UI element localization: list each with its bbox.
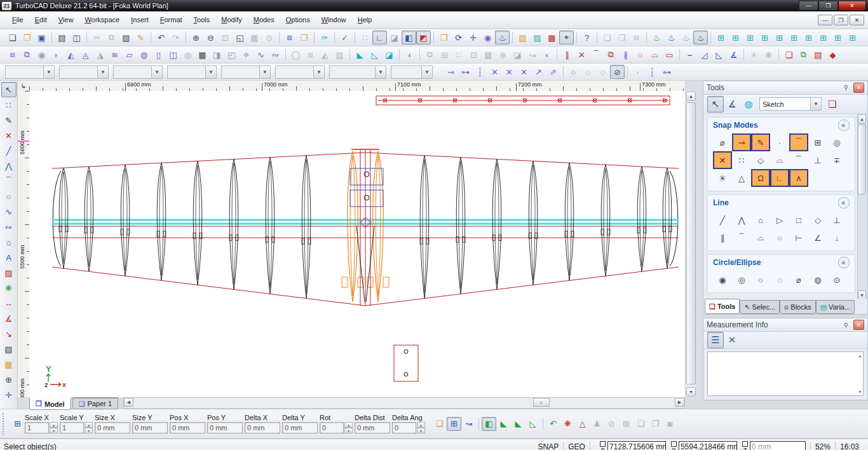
color-palette-icon[interactable]: ▩	[545, 31, 559, 44]
workplane-mode-icon[interactable]: ◣	[496, 417, 511, 431]
view-back-icon[interactable]: ⊞	[728, 31, 743, 44]
menu-workspace[interactable]: Workspace	[79, 14, 125, 26]
zoom-out-icon[interactable]: ⊖	[203, 31, 218, 44]
horizontal-ruler[interactable]: 6900 mm7000 mm7100 mm7200 mm7300 mm	[29, 81, 685, 92]
select-icon[interactable]: ↖	[1, 82, 17, 97]
open-3d-folder-icon[interactable]: ❒	[437, 31, 451, 44]
render-draft-icon[interactable]: ♨	[664, 31, 679, 44]
double-line-icon[interactable]: ∦	[618, 48, 633, 62]
render-scene-icon[interactable]: ♨	[495, 31, 510, 44]
freehand-icon[interactable]: ∾	[1, 219, 17, 235]
view-bottom-icon[interactable]: ⊞	[787, 31, 801, 44]
snap-none-icon[interactable]: ⌀	[713, 133, 732, 151]
geo-toggle[interactable]: GEO	[568, 442, 585, 450]
pattern-icon[interactable]: ❋	[1, 280, 17, 296]
property-combo-5[interactable]: ▼	[221, 65, 271, 79]
view-front-icon[interactable]: ⊞	[714, 31, 728, 44]
collapse-chevron-icon[interactable]: «	[838, 257, 850, 268]
line-rotated-rectangle-icon[interactable]: ◇	[808, 211, 827, 229]
restore-button[interactable]: ❐	[818, 1, 838, 11]
chevron-down-icon[interactable]: ▼	[259, 66, 270, 78]
snap-magnetic-icon[interactable]: Ω	[751, 169, 770, 187]
format-brush-icon[interactable]: ✑	[317, 31, 332, 44]
menu-edit[interactable]: Edit	[29, 14, 53, 26]
render-quality-icon[interactable]: ♨	[649, 31, 664, 44]
line-angular-icon[interactable]: ∠	[808, 229, 827, 247]
view-iso-sw-icon[interactable]: ⊞	[816, 31, 831, 44]
3d-extrude-icon[interactable]: ≋	[107, 48, 122, 62]
snap-arc-center-icon[interactable]: ⌒	[789, 133, 808, 151]
pin-icon[interactable]: ⚲	[841, 83, 851, 92]
cplane-mode-icon[interactable]: ◣	[511, 417, 526, 431]
horizontal-scrollbar[interactable]: ◀ ≡ ▶	[123, 397, 685, 409]
delta-select-icon[interactable]: △	[575, 417, 590, 431]
facet-mode-icon[interactable]: ◺	[526, 417, 540, 431]
insert-image-icon[interactable]: ▦	[1, 357, 17, 372]
y-coordinate-field[interactable]: 5594,218466 mm	[679, 441, 737, 450]
menu-options[interactable]: Options	[280, 14, 316, 26]
3d-wedge-icon[interactable]: ◮	[93, 48, 107, 62]
spell-check-icon[interactable]: ✓	[337, 31, 352, 44]
field-input[interactable]: 1	[60, 422, 84, 433]
style-combo[interactable]: ▼	[391, 65, 433, 79]
snap-toggle[interactable]: SNAP	[538, 442, 559, 450]
field-input[interactable]: 0	[320, 422, 344, 433]
view-iso-nw-icon[interactable]: ⊞	[845, 31, 860, 44]
pan-icon[interactable]: ✛	[1, 387, 17, 402]
spray-select-icon[interactable]: ❋	[560, 417, 575, 431]
mdi-close-button[interactable]: ✕	[850, 15, 864, 25]
environment-editor-icon[interactable]: ▨	[530, 31, 545, 44]
field-input[interactable]: 0 mm	[170, 422, 205, 433]
text-icon[interactable]: A	[1, 250, 17, 265]
line-tangent-to-arc-icon[interactable]: ⌒	[732, 229, 751, 247]
snap-magnetic-point-icon[interactable]: ✎	[751, 133, 770, 151]
property-combo-1[interactable]: ▼	[5, 65, 55, 79]
snap-mid-mode-icon[interactable]: ┆	[473, 65, 487, 79]
layer-combo[interactable]: ▼	[329, 65, 386, 79]
snap-centerline-icon[interactable]: ∓	[827, 151, 846, 169]
snap-grid-icon[interactable]: ∷	[732, 151, 751, 169]
snap-compass-icon[interactable]: ⊘	[610, 65, 625, 79]
3d-cylinder-icon[interactable]: ▯	[151, 48, 166, 62]
menu-window[interactable]: Window	[316, 14, 352, 26]
snap-circle-1-icon[interactable]: ○	[566, 65, 581, 79]
polyline-icon[interactable]: ⋀	[1, 158, 17, 174]
circle-center-radius-icon[interactable]: ◉	[713, 271, 732, 289]
snap-cross-int-icon[interactable]: ✕	[502, 65, 517, 79]
meas-list-icon[interactable]: ☰	[707, 332, 724, 348]
snap-midpoint-icon[interactable]: ⊥	[808, 151, 827, 169]
cross-section-icon[interactable]: ✕	[574, 48, 589, 62]
snap-cross-near-icon[interactable]: ✕	[487, 65, 502, 79]
field-input[interactable]: 0 mm	[355, 422, 390, 433]
line-parallel-icon[interactable]: ∥	[713, 229, 732, 247]
snap-on-line-icon[interactable]: ∙	[770, 133, 789, 151]
snap-tangent-icon[interactable]: ⌒	[789, 151, 808, 169]
zoom-extents-icon[interactable]: ◱	[233, 31, 247, 44]
3d-slab-icon[interactable]: ▱	[122, 48, 137, 62]
circle-double-point-icon[interactable]: ○	[751, 271, 770, 289]
menu-file[interactable]: File	[6, 14, 29, 26]
rect-tool-icon[interactable]: ▭	[662, 48, 677, 62]
palette-measure-icon[interactable]: ∡	[724, 96, 740, 112]
print-icon[interactable]: ▤	[55, 31, 69, 44]
scroll-down-button[interactable]: ▼	[686, 387, 696, 397]
symmetry-icon[interactable]: ◆	[825, 48, 840, 62]
facet-select-icon[interactable]: ◧	[402, 31, 416, 44]
view-iso-ne-icon[interactable]: ⊞	[831, 31, 845, 44]
3d-mesh-icon[interactable]: ▦	[195, 48, 210, 62]
rotate-view-icon[interactable]: ⟳	[451, 31, 466, 44]
snap-pt-3-icon[interactable]: ⊶	[660, 65, 674, 79]
zoom-in-icon[interactable]: ⊕	[189, 31, 203, 44]
chamfer-angle-icon[interactable]: ∡	[726, 48, 741, 62]
snap-nearest-icon[interactable]: ◇	[751, 151, 770, 169]
circle-concentric-icon[interactable]: ◎	[732, 271, 751, 289]
context-help-icon[interactable]: ?	[580, 31, 594, 44]
3d-hemisphere-icon[interactable]: ◗	[49, 48, 64, 62]
collapse-chevron-icon[interactable]: «	[838, 119, 850, 131]
line-perpendicular-from-icon[interactable]: ⊢	[789, 229, 808, 247]
line-irregular-polygon-icon[interactable]: ▷	[770, 211, 789, 229]
3d-select-icon[interactable]: ◩	[416, 31, 431, 44]
snap-geometric-icon[interactable]: △	[732, 169, 751, 187]
3d-sphere-icon[interactable]: ◉	[34, 48, 49, 62]
extrude-face-icon[interactable]: ◖	[539, 48, 554, 62]
